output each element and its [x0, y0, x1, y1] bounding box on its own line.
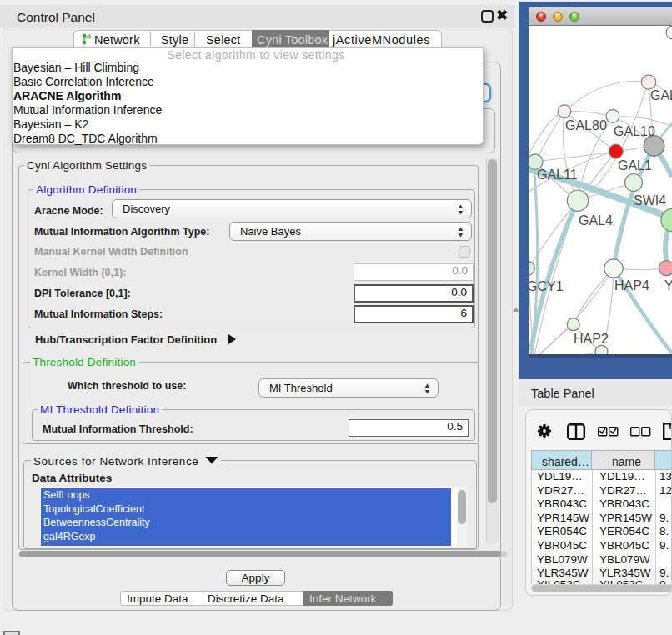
svg-text:GAL4: GAL4	[579, 213, 613, 228]
svg-text:YM: YM	[664, 278, 672, 292]
svg-text:SWI4: SWI4	[634, 193, 666, 208]
svg-text:GAL80: GAL80	[565, 118, 607, 132]
svg-text:GAL11: GAL11	[537, 168, 578, 182]
svg-text:GAL10: GAL10	[614, 124, 655, 138]
svg-text:HAP4: HAP4	[614, 278, 649, 292]
svg-text:GAL1: GAL1	[618, 158, 652, 172]
svg-text:GAL7: GAL7	[650, 88, 672, 102]
svg-text:GCY1: GCY1	[529, 279, 564, 293]
svg-text:HAP2: HAP2	[574, 332, 609, 346]
